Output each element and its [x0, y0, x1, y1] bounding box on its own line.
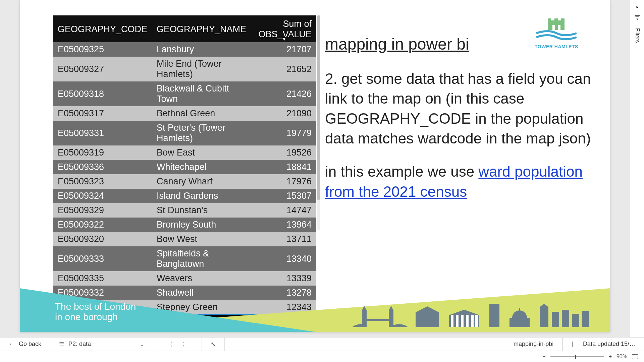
svg-rect-15 [466, 315, 469, 327]
svg-rect-16 [471, 315, 474, 327]
data-table: GEOGRAPHY_CODE GEOGRAPHY_NAME Sum of OBS… [53, 15, 316, 331]
skyline-icon [348, 304, 603, 330]
data-updated: | Data updated 15/… [562, 338, 644, 351]
cell-code: E05009336 [53, 160, 152, 174]
page-arrows: 〈 〉 [153, 338, 202, 351]
cell-name: St Peter's (Tower Hamlets) [152, 121, 252, 145]
table-visual[interactable]: GEOGRAPHY_CODE GEOGRAPHY_NAME Sum of OBS… [53, 15, 316, 331]
cell-name: Lansbury [152, 42, 252, 57]
table-row[interactable]: E05009336Whitechapel18841 [53, 160, 316, 174]
cell-name: Bromley South [152, 218, 252, 232]
cell-val: 21090 [252, 106, 316, 121]
svg-rect-22 [519, 308, 520, 311]
tagline: The best of London in one borough [55, 302, 136, 322]
back-arrow-icon: ← [9, 341, 15, 348]
svg-rect-8 [367, 319, 389, 321]
collapse-icon[interactable]: « [636, 4, 639, 10]
svg-rect-27 [572, 314, 579, 327]
col-header-name[interactable]: GEOGRAPHY_NAME [152, 15, 252, 42]
col-header-code[interactable]: GEOGRAPHY_CODE [53, 15, 152, 42]
next-page-button[interactable]: 〉 [177, 340, 193, 348]
table-scrollbar[interactable] [317, 15, 320, 230]
cell-name: Blackwall & Cubitt Town [152, 81, 252, 106]
page-selector[interactable]: ☰ P2: data ⌄ [50, 338, 153, 351]
list-icon: ☰ [59, 341, 64, 348]
cell-code: E05009325 [53, 42, 152, 57]
svg-rect-17 [475, 315, 478, 327]
cell-name: Mile End (Tower Hamlets) [152, 57, 252, 81]
cell-name: Island Gardens [152, 189, 252, 203]
cell-code: E05009322 [53, 218, 152, 232]
table-row[interactable]: E05009324Island Gardens15307 [53, 189, 316, 203]
go-back-button[interactable]: ← Go back [0, 338, 50, 351]
zoom-bar: − + 90% [0, 351, 644, 362]
table-row[interactable]: E05009325Lansbury21707 [53, 42, 316, 57]
castle-waves-icon [533, 18, 580, 42]
cell-code: E05009329 [53, 203, 152, 218]
zoom-in-button[interactable]: + [609, 354, 612, 360]
cell-code: E05009320 [53, 232, 152, 246]
svg-rect-13 [456, 315, 459, 327]
table-row[interactable]: E05009323Canary Wharf17976 [53, 174, 316, 189]
example-text: in this example we use ward population f… [325, 162, 610, 201]
table-row[interactable]: E05009318Blackwall & Cubitt Town21426 [53, 81, 316, 106]
cell-code: E05009333 [53, 246, 152, 271]
cell-code: E05009319 [53, 145, 152, 160]
footer-band: The best of London in one borough [20, 288, 610, 332]
cell-code: E05009317 [53, 106, 152, 121]
svg-rect-12 [451, 315, 453, 327]
svg-rect-14 [461, 315, 464, 327]
svg-rect-25 [552, 312, 559, 327]
svg-rect-2 [554, 18, 558, 21]
cell-name: Whitechapel [152, 160, 252, 174]
table-row[interactable]: E05009331St Peter's (Tower Hamlets)19779 [53, 121, 316, 145]
cell-code: E05009318 [53, 81, 152, 106]
page-nav-bar: ← Go back ☰ P2: data ⌄ 〈 〉 ⤡ mapping-in-… [0, 337, 644, 351]
cell-val: 17976 [252, 174, 316, 189]
table-row[interactable]: E05009327Mile End (Tower Hamlets)21652 [53, 57, 316, 81]
zoom-out-button[interactable]: − [542, 354, 545, 360]
sort-desc-icon: ▼ [282, 36, 286, 42]
svg-rect-28 [582, 311, 589, 327]
cell-code: E05009324 [53, 189, 152, 203]
body-text: 2. get some data that has a field you ca… [325, 69, 610, 148]
cell-val: 19779 [252, 121, 316, 145]
zoom-slider[interactable] [550, 356, 604, 357]
filters-icon[interactable] [635, 15, 640, 21]
table-row[interactable]: E05009320Bow West13711 [53, 232, 316, 246]
cell-name: Bow West [152, 232, 252, 246]
tower-hamlets-logo: TOWER HAMLETS [530, 18, 583, 49]
report-name: mapping-in-pbi [505, 338, 562, 351]
cell-val: 13340 [252, 246, 316, 271]
table-row[interactable]: E05009329St Dunstan's14747 [53, 203, 316, 218]
cell-name: St Dunstan's [152, 203, 252, 218]
table-row[interactable]: E05009319Bow East19526 [53, 145, 316, 160]
col-header-obs[interactable]: Sum of OBS_VALUE ▼ [252, 15, 316, 42]
svg-rect-26 [562, 310, 569, 327]
fit-to-page-button[interactable] [632, 354, 638, 359]
report-canvas: GEOGRAPHY_CODE GEOGRAPHY_NAME Sum of OBS… [20, 0, 610, 332]
svg-marker-10 [416, 306, 439, 312]
filters-rail[interactable]: « Filters [630, 0, 644, 337]
zoom-pct: 90% [616, 354, 627, 360]
cell-name: Bow East [152, 145, 252, 160]
cell-val: 21426 [252, 81, 316, 106]
cell-name: Spitalfields & Banglatown [152, 246, 252, 271]
cell-val: 21652 [252, 57, 316, 81]
svg-marker-18 [449, 310, 479, 315]
svg-rect-3 [561, 18, 565, 21]
table-row[interactable]: E05009322Bromley South13964 [53, 218, 316, 232]
table-row[interactable]: E05009335Weavers13339 [53, 271, 316, 286]
fit-button[interactable]: ⤡ [202, 338, 225, 351]
svg-rect-19 [489, 304, 499, 327]
page-name-label: P2: data [68, 341, 91, 348]
svg-point-21 [512, 310, 527, 325]
svg-rect-0 [548, 20, 565, 30]
logo-caption: TOWER HAMLETS [530, 44, 583, 49]
filters-label[interactable]: Filters [634, 28, 640, 43]
cell-name: Canary Wharf [152, 174, 252, 189]
prev-page-button[interactable]: 〈 [162, 340, 177, 348]
table-row[interactable]: E05009317Bethnal Green21090 [53, 106, 316, 121]
cell-val: 14747 [252, 203, 316, 218]
table-row[interactable]: E05009333Spitalfields & Banglatown13340 [53, 246, 316, 271]
